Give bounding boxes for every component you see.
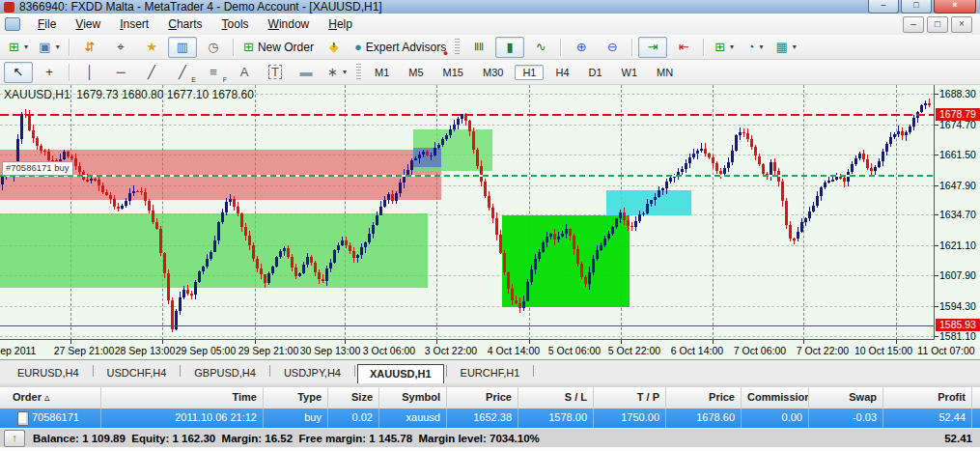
timeframe-m15[interactable]: M15	[435, 65, 471, 80]
column-header-time[interactable]: Time	[101, 387, 264, 409]
column-header-profit[interactable]: Profit	[883, 387, 972, 409]
vertical-line-icon[interactable]: │	[75, 62, 104, 83]
column-header-sl[interactable]: S / L	[518, 387, 594, 409]
equidistant-channel-icon[interactable]: ╱E	[168, 62, 197, 83]
toolbar-grip[interactable]	[455, 39, 460, 56]
timeframe-h4[interactable]: H4	[547, 65, 576, 80]
shapes-icon[interactable]: ▬	[292, 62, 321, 83]
menu-tools[interactable]: Tools	[212, 15, 259, 33]
order-cell-price[interactable]: 1652.38	[447, 409, 518, 428]
chart-tab-eurchf-h1[interactable]: EURCHF,H1	[449, 364, 532, 382]
timeframe-m1[interactable]: M1	[367, 65, 397, 80]
strategy-tester-icon[interactable]: ◷	[199, 37, 228, 58]
dropdown-caret-icon[interactable]: ▾	[760, 42, 764, 51]
order-cell-size[interactable]: 0.02	[328, 409, 379, 428]
line-chart-icon[interactable]: ∿	[526, 37, 555, 58]
chart-tab-eurusd-h4[interactable]: EURUSD,H4	[6, 364, 91, 382]
minimize-button[interactable]: –	[868, 0, 899, 14]
dropdown-caret-icon[interactable]: ▾	[24, 42, 28, 51]
text-label-icon[interactable]: T	[261, 62, 290, 83]
data-window-icon[interactable]: ⌖	[106, 37, 135, 58]
trendline-icon[interactable]: ╱	[137, 62, 166, 83]
dropdown-caret-icon[interactable]: ▾	[56, 42, 60, 51]
chart-tab-usdjpy-h4[interactable]: USDJPY,H4	[272, 364, 352, 382]
order-cell-price[interactable]: 1678.60	[666, 409, 742, 428]
menu-insert[interactable]: Insert	[110, 15, 158, 33]
column-header-price[interactable]: Price	[447, 387, 518, 409]
fibonacci-icon[interactable]: ≡F	[199, 62, 228, 83]
column-header-order[interactable]: Order ▵	[0, 387, 101, 409]
profiles-icon[interactable]: ▣▾	[35, 37, 64, 58]
column-header-type[interactable]: Type	[264, 387, 328, 409]
market-watch-icon[interactable]: ⇵	[75, 37, 104, 58]
new-order-button[interactable]: ⊞New Order	[239, 37, 318, 58]
order-cell-type[interactable]: buy	[264, 409, 328, 428]
timeframe-mn[interactable]: MN	[649, 65, 681, 80]
close-button[interactable]: ×	[934, 0, 976, 14]
timeframe-m5[interactable]: M5	[401, 65, 431, 80]
timeframe-w1[interactable]: W1	[614, 65, 646, 80]
order-cell-commission[interactable]: 0.00	[742, 409, 809, 428]
new-chart-icon[interactable]: ⊞▾	[4, 37, 33, 58]
menu-view[interactable]: View	[66, 15, 110, 33]
column-header-tp[interactable]: T / P	[594, 387, 666, 409]
chart-plot-area[interactable]: XAUUSD,H1 1679.73 1680.80 1677.10 1678.6…	[0, 85, 934, 340]
chart-close-button[interactable]: ×	[951, 16, 972, 33]
zoom-in-icon[interactable]: ⊕	[567, 37, 596, 58]
maximize-button[interactable]: □	[901, 0, 932, 14]
cursor-icon[interactable]: ↖	[4, 62, 33, 83]
dropdown-caret-icon[interactable]: ▾	[343, 68, 347, 76]
arrows-icon[interactable]: ∗▾	[322, 62, 351, 83]
open-order-line[interactable]	[0, 175, 934, 177]
text-icon[interactable]: A	[230, 62, 259, 83]
auto-scroll-icon[interactable]: ⇥	[638, 37, 667, 58]
dropdown-caret-icon[interactable]: ▾	[793, 42, 797, 51]
chart-shift-icon[interactable]: ⇤	[669, 37, 698, 58]
column-header-symbol[interactable]: Symbol	[379, 387, 447, 409]
chart-tab-gbpusd-h4[interactable]: GBPUSD,H4	[182, 364, 267, 382]
timeframe-h1[interactable]: H1	[515, 65, 544, 80]
chart-tab-xauusd-h1[interactable]: XAUUSD,H1	[357, 364, 444, 383]
column-header-price[interactable]: Price	[666, 387, 742, 409]
time-axis[interactable]: 27 Sep 201127 Sep 21:0028 Sep 13:0029 Se…	[0, 340, 980, 359]
crosshair-icon[interactable]: +	[35, 62, 64, 83]
menu-file[interactable]: File	[28, 15, 66, 33]
trade-arrow-icon[interactable]: ↑	[4, 430, 25, 447]
price-axis[interactable]: 1678.79 1585.93 1688.301674.701661.50164…	[934, 85, 980, 340]
order-cell-profit[interactable]: 52.44	[883, 409, 972, 428]
open-order-label[interactable]: #70586171 buy	[2, 161, 73, 176]
order-cell-sl[interactable]: 1578.00	[518, 409, 594, 428]
indicators-icon[interactable]: ⊞▾	[710, 37, 739, 58]
order-cell-symbol[interactable]: xauusd	[379, 409, 447, 428]
timeframe-d1[interactable]: D1	[581, 65, 610, 80]
order-cell-swap[interactable]: -0.03	[809, 409, 883, 428]
column-header-commission[interactable]: Commission	[742, 387, 809, 409]
bar-chart-icon[interactable]: ≣	[464, 37, 493, 58]
metaeditor-icon[interactable]: ◆!	[320, 37, 349, 58]
expert-advisors-button[interactable]: ●●Expert Advisors	[350, 37, 450, 58]
horizontal-line-icon[interactable]: ─	[106, 62, 135, 83]
order-row[interactable]: 705861712011.10.06 21:12buy0.02xauusd165…	[0, 409, 980, 428]
chart-restore-button[interactable]: □	[927, 16, 948, 33]
menu-help[interactable]: Help	[319, 15, 362, 33]
templates-icon[interactable]: ▦▾	[771, 37, 800, 58]
dropdown-caret-icon[interactable]: ▾	[730, 42, 734, 51]
candlestick-chart-icon[interactable]: ▮	[495, 37, 524, 58]
terminal-icon[interactable]: ▥	[168, 37, 197, 58]
toolbar-grip[interactable]	[356, 64, 361, 81]
candle	[63, 152, 66, 159]
chart-tab-usdchf-h4[interactable]: USDCHF,H4	[96, 364, 179, 382]
zoom-out-icon[interactable]: ⊖	[598, 37, 627, 58]
order-cell-order[interactable]: 70586171	[0, 409, 101, 428]
order-cell-tp[interactable]: 1750.00	[594, 409, 666, 428]
chart-minimize-button[interactable]: –	[903, 16, 924, 33]
menu-window[interactable]: Window	[259, 15, 320, 33]
periods-icon[interactable]: ◔▾	[741, 37, 770, 58]
timeframe-m30[interactable]: M30	[475, 65, 511, 80]
column-header-size[interactable]: Size	[328, 387, 379, 409]
column-header-swap[interactable]: Swap	[809, 387, 883, 409]
menu-charts[interactable]: Charts	[158, 15, 211, 33]
order-cell-time[interactable]: 2011.10.06 21:12	[101, 409, 264, 428]
support-price-line[interactable]	[0, 325, 934, 326]
navigator-icon[interactable]: ★	[137, 37, 166, 58]
